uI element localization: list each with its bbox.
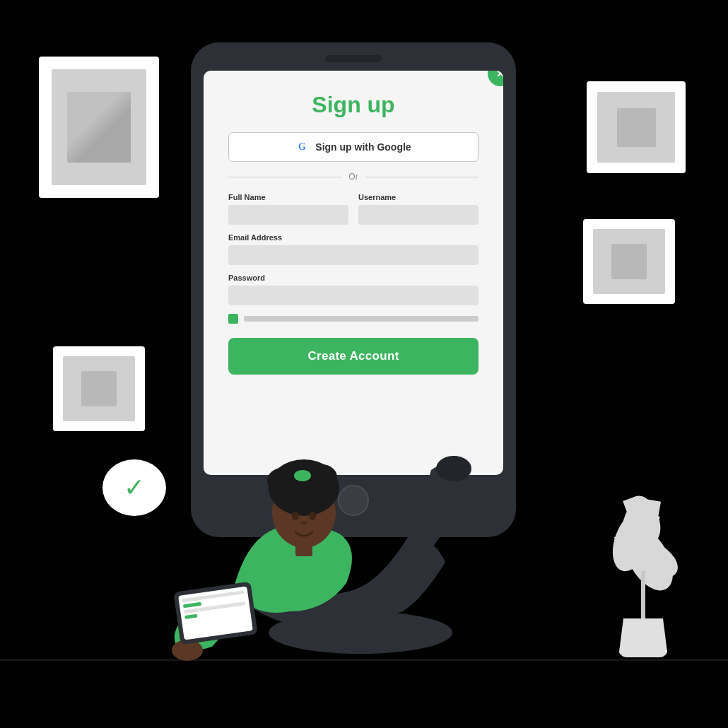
decorative-frame-topright2 <box>583 219 675 304</box>
signup-title: Sign up <box>228 92 479 118</box>
divider: Or <box>228 172 479 182</box>
decorative-frame-topleft <box>39 57 159 198</box>
divider-text: Or <box>348 172 358 182</box>
full-name-group: Full Name <box>228 193 348 225</box>
password-input[interactable] <box>228 286 479 305</box>
username-label: Username <box>358 193 479 201</box>
email-group: Email Address <box>228 233 479 265</box>
divider-line-left <box>228 177 341 177</box>
full-name-input[interactable] <box>228 205 348 225</box>
divider-line-right <box>365 177 479 177</box>
svg-point-8 <box>292 512 299 520</box>
google-icon: G <box>295 141 308 153</box>
held-tablet <box>173 582 257 645</box>
google-signup-button[interactable]: G Sign up with Google <box>228 132 479 162</box>
close-button[interactable]: × <box>488 71 503 86</box>
svg-point-9 <box>309 512 316 520</box>
terms-checkbox[interactable] <box>228 314 238 324</box>
username-input[interactable] <box>358 205 479 225</box>
username-group: Username <box>358 193 479 225</box>
decorative-frame-topright1 <box>587 81 686 173</box>
create-account-button[interactable]: Create Account <box>228 338 479 375</box>
full-name-label: Full Name <box>228 193 348 201</box>
password-group: Password <box>228 274 479 305</box>
terms-row <box>228 314 479 324</box>
terms-text <box>244 316 479 322</box>
email-label: Email Address <box>228 233 479 242</box>
tablet-notch <box>325 55 382 62</box>
svg-rect-11 <box>295 542 312 556</box>
name-username-row: Full Name Username <box>228 193 479 225</box>
scene: × Sign up G Sign up with Google Or Full … <box>0 0 728 728</box>
email-input[interactable] <box>228 245 479 265</box>
svg-point-7 <box>294 470 311 481</box>
google-button-label: Sign up with Google <box>315 141 411 153</box>
svg-point-10 <box>301 521 307 525</box>
password-label: Password <box>228 274 479 282</box>
svg-point-12 <box>436 456 471 481</box>
plant-decoration <box>587 488 700 657</box>
person-illustration <box>120 392 474 689</box>
